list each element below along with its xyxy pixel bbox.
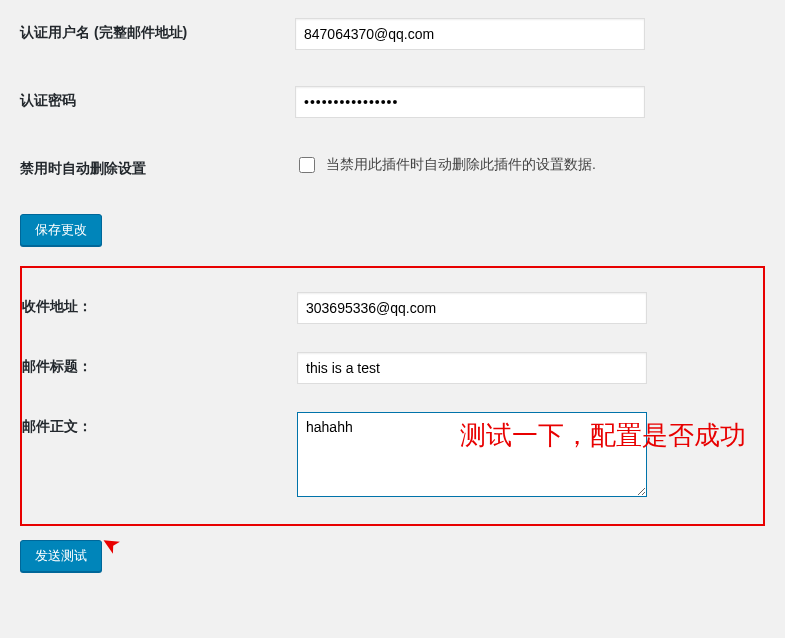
auto-delete-label: 禁用时自动删除设置 xyxy=(20,154,295,178)
recipient-input[interactable] xyxy=(297,292,647,324)
row-auth-username: 认证用户名 (完整邮件地址) xyxy=(20,0,765,68)
body-textarea[interactable] xyxy=(297,412,647,497)
row-subject: 邮件标题： xyxy=(22,338,763,398)
test-email-panel: 收件地址： 邮件标题： 邮件正文： 测试一下，配置是否成功 xyxy=(20,266,765,526)
auth-username-label: 认证用户名 (完整邮件地址) xyxy=(20,18,295,42)
settings-form: 认证用户名 (完整邮件地址) 认证密码 禁用时自动删除设置 当禁用此插件时自动删… xyxy=(0,0,785,592)
row-body: 邮件正文： xyxy=(22,398,763,514)
body-label: 邮件正文： xyxy=(22,412,297,436)
auth-password-input[interactable] xyxy=(295,86,645,118)
auto-delete-description: 当禁用此插件时自动删除此插件的设置数据. xyxy=(326,156,596,174)
auth-password-label: 认证密码 xyxy=(20,86,295,110)
send-wrap: 发送测试 ➤ xyxy=(20,540,102,572)
row-auto-delete: 禁用时自动删除设置 当禁用此插件时自动删除此插件的设置数据. xyxy=(20,136,765,196)
subject-label: 邮件标题： xyxy=(22,352,297,376)
save-button[interactable]: 保存更改 xyxy=(20,214,102,246)
subject-input[interactable] xyxy=(297,352,647,384)
row-recipient: 收件地址： xyxy=(22,278,763,338)
recipient-label: 收件地址： xyxy=(22,292,297,316)
row-auth-password: 认证密码 xyxy=(20,68,765,136)
auth-username-input[interactable] xyxy=(295,18,645,50)
auto-delete-checkbox[interactable] xyxy=(299,157,315,173)
save-wrap: 保存更改 xyxy=(20,214,765,246)
send-test-button[interactable]: 发送测试 xyxy=(20,540,102,572)
